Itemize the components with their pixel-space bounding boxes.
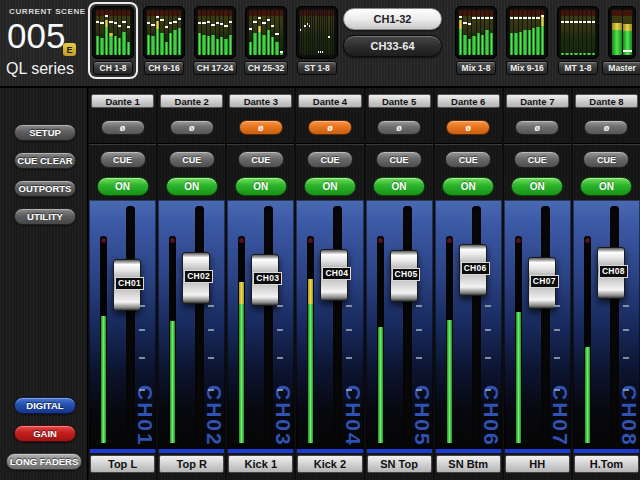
- input-port-button[interactable]: Dante 7: [506, 94, 569, 108]
- meter-bank[interactable]: Mix 9-16: [504, 4, 550, 77]
- fader-cap[interactable]: CH07: [528, 257, 556, 309]
- meter-fill-green: [523, 30, 526, 55]
- meter-bar: [322, 10, 323, 55]
- cue-button[interactable]: CUE: [583, 151, 629, 168]
- channel-id-vertical-label: CH06: [479, 385, 503, 447]
- peak-hold-mark: [318, 51, 319, 53]
- meter-bank-display: [92, 6, 134, 59]
- meter-bar: [147, 10, 150, 55]
- meter-bank[interactable]: Master: [606, 4, 638, 77]
- phase-button[interactable]: ø: [515, 120, 559, 135]
- on-button[interactable]: ON: [373, 177, 425, 196]
- input-port-button[interactable]: Dante 2: [160, 94, 223, 108]
- on-button[interactable]: ON: [304, 177, 356, 196]
- meter-bar: [313, 10, 314, 55]
- phase-button[interactable]: ø: [584, 120, 628, 135]
- peak-hold-mark: [459, 16, 462, 18]
- meter-fill-green: [574, 53, 577, 55]
- cue-button[interactable]: CUE: [100, 151, 146, 168]
- meter-bank-display: [557, 6, 599, 59]
- meter-bank[interactable]: ST 1-8: [294, 4, 340, 77]
- peak-hold-mark: [583, 21, 586, 23]
- phase-button[interactable]: ø: [308, 120, 352, 135]
- input-port-button[interactable]: Dante 8: [575, 94, 638, 108]
- phase-button[interactable]: ø: [377, 120, 421, 135]
- setup-button[interactable]: SETUP: [14, 124, 76, 141]
- meter-bar: [178, 10, 181, 55]
- peak-hold-mark: [514, 17, 517, 19]
- layer-button-ch33-64[interactable]: CH33-64: [343, 35, 442, 57]
- peak-hold-mark: [105, 15, 108, 17]
- channel-name-button[interactable]: Kick 2: [297, 455, 362, 473]
- long-faders-button[interactable]: LONG FADERS: [6, 453, 82, 470]
- fader-cap[interactable]: CH06: [459, 244, 487, 296]
- meter-bank[interactable]: CH 25-32: [243, 4, 289, 77]
- fader-cap[interactable]: CH01: [113, 259, 141, 311]
- channel-name-button[interactable]: SN Top: [367, 455, 432, 473]
- layer-button-ch1-32[interactable]: CH1-32: [343, 8, 442, 30]
- cue-button[interactable]: CUE: [445, 151, 491, 168]
- meter-bank[interactable]: Mix 1-8: [453, 4, 499, 77]
- cue-button[interactable]: CUE: [238, 151, 284, 168]
- current-scene-box[interactable]: CURRENT SCENE 005 E QL series: [0, 0, 88, 86]
- input-port-button[interactable]: Dante 5: [368, 94, 431, 108]
- cue-button[interactable]: CUE: [169, 151, 215, 168]
- meter-bank[interactable]: MT 1-8: [555, 4, 601, 77]
- fader-cap[interactable]: CH03: [251, 254, 279, 306]
- channel-name-button[interactable]: H.Tom: [574, 455, 639, 473]
- meter-bank[interactable]: CH 9-16: [141, 4, 187, 77]
- meter-fill-green: [477, 33, 480, 56]
- utility-button[interactable]: UTILITY: [14, 208, 76, 225]
- outports-button[interactable]: OUTPORTS: [14, 180, 76, 197]
- on-button[interactable]: ON: [166, 177, 218, 196]
- on-button[interactable]: ON: [235, 177, 287, 196]
- peak-hold-mark: [169, 22, 172, 24]
- meter-bank[interactable]: CH 1-8: [90, 4, 136, 77]
- cue-clear-button[interactable]: CUE CLEAR: [14, 152, 76, 169]
- channel-name-button[interactable]: Top R: [159, 455, 224, 473]
- meter-bank[interactable]: CH 17-24: [192, 4, 238, 77]
- cue-button[interactable]: CUE: [307, 151, 353, 168]
- channel-level-meter: [307, 236, 314, 446]
- peak-hold-mark: [216, 22, 219, 24]
- meter-bars: [198, 10, 232, 55]
- fader-scale-tick: [485, 389, 491, 391]
- fader-cap[interactable]: CH08: [597, 247, 625, 299]
- meter-bar: [224, 10, 227, 55]
- cue-button[interactable]: CUE: [514, 151, 560, 168]
- gain-button[interactable]: GAIN: [14, 425, 76, 442]
- on-button[interactable]: ON: [511, 177, 563, 196]
- phase-button[interactable]: ø: [446, 120, 490, 135]
- phase-button[interactable]: ø: [170, 120, 214, 135]
- peak-hold-mark: [485, 17, 488, 19]
- meter-bar: [485, 10, 488, 55]
- input-port-button[interactable]: Dante 3: [229, 94, 292, 108]
- cue-button[interactable]: CUE: [376, 151, 422, 168]
- peak-hold-mark: [623, 50, 633, 52]
- current-scene-label: CURRENT SCENE: [9, 7, 86, 16]
- input-port-button[interactable]: Dante 6: [437, 94, 500, 108]
- digital-button[interactable]: DIGITAL: [14, 397, 76, 414]
- phase-button[interactable]: ø: [239, 120, 283, 135]
- channel-name-button[interactable]: Top L: [90, 455, 155, 473]
- fader-cap-label: CH02: [184, 270, 213, 283]
- strip-divider: [435, 143, 502, 145]
- peak-hold-mark: [528, 17, 531, 19]
- fader-cap[interactable]: CH04: [320, 249, 348, 301]
- channel-name-button[interactable]: SN Btm: [436, 455, 501, 473]
- on-button[interactable]: ON: [442, 177, 494, 196]
- fader-cap[interactable]: CH05: [390, 250, 418, 302]
- on-button[interactable]: ON: [580, 177, 632, 196]
- fader-zone: CH03 CH03: [227, 200, 294, 449]
- on-button[interactable]: ON: [97, 177, 149, 196]
- phase-button[interactable]: ø: [101, 120, 145, 135]
- input-port-button[interactable]: Dante 1: [91, 94, 154, 108]
- meter-bar: [583, 10, 586, 55]
- meter-bank-label: CH 25-32: [244, 61, 288, 75]
- meter-fill-green: [100, 38, 103, 55]
- fader-cap[interactable]: CH02: [182, 252, 210, 304]
- meter-bank-label: CH 1-8: [93, 61, 133, 75]
- input-port-button[interactable]: Dante 4: [298, 94, 361, 108]
- channel-name-button[interactable]: HH: [505, 455, 570, 473]
- channel-name-button[interactable]: Kick 1: [228, 455, 293, 473]
